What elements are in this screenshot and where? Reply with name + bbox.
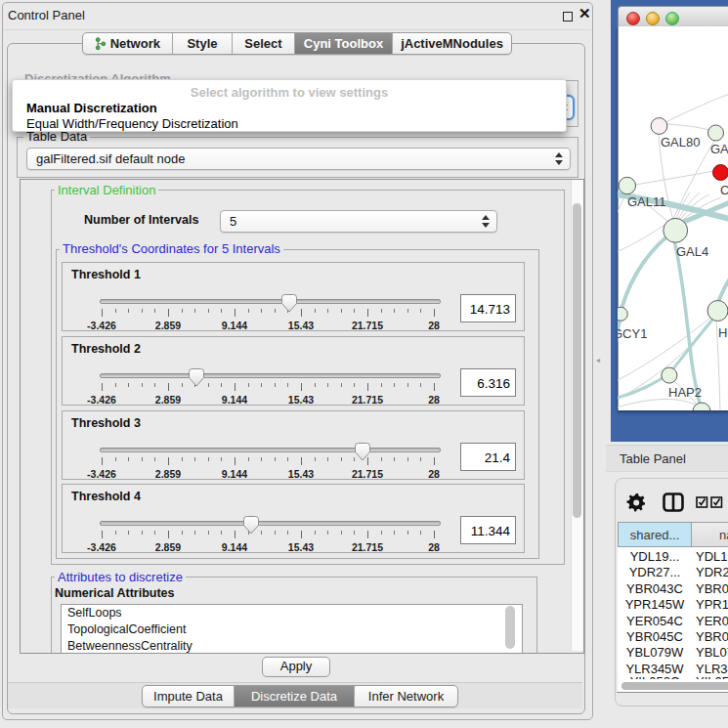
svg-text:GA: GA [710,142,728,156]
svg-text:H: H [718,325,727,340]
svg-text:C: C [720,183,728,197]
svg-text:GAL11: GAL11 [627,194,666,209]
svg-text:GAL4: GAL4 [676,244,708,259]
svg-text:GAL80: GAL80 [661,135,700,150]
svg-text:HAP2: HAP2 [668,385,702,400]
svg-text:GCY1: GCY1 [618,326,647,341]
